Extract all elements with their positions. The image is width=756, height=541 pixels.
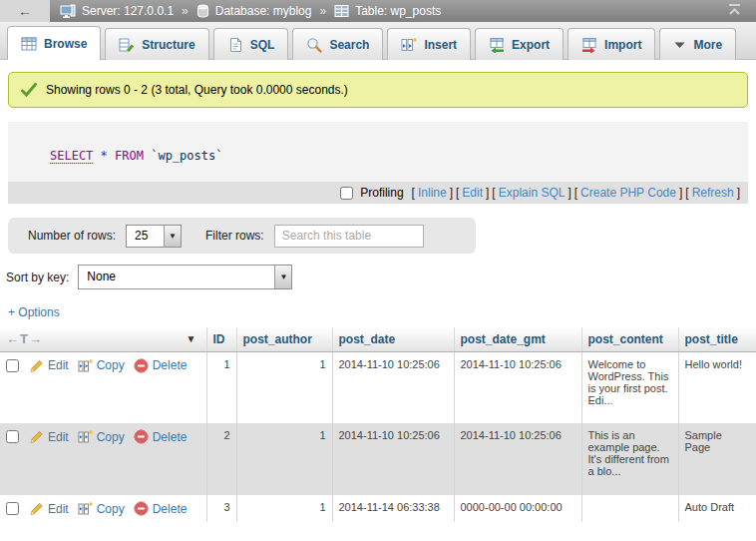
collapse-top-icon[interactable] [727,3,742,20]
sort-row: Sort by key: None ▼ [6,265,756,289]
column-header-post_content[interactable]: post_content [581,327,678,351]
column-header-post_date_gmt[interactable]: post_date_gmt [454,327,581,351]
sql-link-inline[interactable]: Inline [418,186,447,200]
row-action-label: Delete [153,358,188,372]
column-drag-header[interactable]: ←T→ ▼ [0,327,206,351]
tab-sql[interactable]: SQL [213,28,289,60]
cell-post_title: Auto Draft [678,495,756,522]
pencil-icon [29,501,44,516]
bracket: [ [412,186,415,200]
cell-post_title: Hello world! [678,351,756,423]
row-actions: EditCopyDelete [6,358,200,373]
row-action-delete[interactable]: Delete [134,429,188,444]
cell-post_date: 2014-11-14 06:33:38 [332,495,454,522]
bracket: ] [737,186,740,200]
row-action-delete[interactable]: Delete [134,501,188,516]
row-action-delete[interactable]: Delete [134,358,188,373]
options-toggle[interactable]: + Options [8,305,756,319]
sql-action-links: [ Inline ][ Edit ][ Explain SQL ][ Creat… [412,186,740,200]
sql-token: * [93,149,115,163]
results-table: ←T→ ▼ IDpost_authorpost_datepost_date_gm… [0,327,756,522]
profiling-checkbox[interactable] [340,187,353,200]
breadcrumb: Server: 127.0.0.1»Database: myblog»Table… [60,4,727,18]
rows-per-page-select[interactable]: 25 ▼ [126,225,182,248]
row-action-edit[interactable]: Edit [29,358,69,373]
row-action-label: Edit [48,358,69,372]
browse-icon [21,36,37,52]
cell-post_date_gmt: 2014-11-10 10:25:06 [454,423,581,495]
sql-link-explain-sql[interactable]: Explain SQL [499,186,566,200]
table-icon [334,4,349,18]
row-action-label: Edit [48,430,69,444]
column-header-id[interactable]: ID [206,327,236,351]
tab-label: Search [329,38,369,52]
cell-post_author: 1 [236,351,332,423]
nav-back-button[interactable]: ← [0,0,50,22]
row-action-copy[interactable]: Copy [78,358,125,373]
tab-label: Import [604,38,641,52]
tab-import[interactable]: Import [567,28,655,60]
row-action-copy[interactable]: Copy [78,501,125,516]
delete-icon [134,429,149,444]
tab-search[interactable]: Search [292,28,383,60]
column-header-post_author[interactable]: post_author [236,327,332,351]
row-actions-cell: EditCopyDelete [0,351,206,423]
sql-link-create-php-code[interactable]: Create PHP Code [580,186,676,200]
row-checkbox[interactable] [6,359,19,372]
tab-browse[interactable]: Browse [7,26,101,60]
copy-icon [78,501,93,516]
tab-insert[interactable]: Insert [387,28,471,60]
cell-id: 2 [206,423,236,495]
tab-structure[interactable]: Structure [105,28,208,60]
row-checkbox[interactable] [6,430,19,443]
sql-link-refresh[interactable]: Refresh [692,186,734,200]
check-icon [21,83,37,97]
cell-post_author: 1 [236,495,332,522]
filter-rows-input[interactable] [274,225,424,248]
row-actions: EditCopyDelete [6,429,200,444]
bracket: [ [492,186,495,200]
sql-icon [227,37,243,53]
row-action-label: Delete [153,502,188,516]
cell-post_date_gmt: 2014-11-10 10:25:06 [454,351,581,423]
row-action-edit[interactable]: Edit [29,501,69,516]
sort-by-key-select[interactable]: None ▼ [78,265,292,289]
breadcrumb-item-table[interactable]: Table: wp_posts [355,4,441,18]
status-text: Showing rows 0 - 2 (3 total, Query took … [46,83,348,97]
delete-icon [134,501,149,516]
breadcrumb-separator: » [182,4,189,18]
tab-label: SQL [250,38,275,52]
sql-query-box: SELECT * FROM `wp_posts` Profiling [ Inl… [8,122,748,204]
tab-label: Export [512,38,550,52]
database-icon [196,4,209,18]
breadcrumb-item-database[interactable]: Database: myblog [215,4,312,18]
breadcrumb-separator: » [319,4,326,18]
tab-label: Browse [44,37,87,51]
sql-token: FROM [115,149,144,163]
chevron-down-icon: ▼ [274,266,291,288]
row-actions-cell: EditCopyDelete [0,423,206,495]
row-action-label: Copy [97,502,125,516]
sql-token: SELECT [50,149,93,164]
row-action-edit[interactable]: Edit [29,429,69,444]
filter-rows-label: Filter rows: [205,229,264,243]
cell-post_date_gmt: 0000-00-00 00:00:00 [454,495,581,522]
insert-icon [401,37,417,53]
sort-by-key-label: Sort by key: [6,270,69,284]
row-action-copy[interactable]: Copy [78,429,125,444]
cell-id: 3 [206,495,236,522]
sql-link-edit[interactable]: Edit [462,186,483,200]
column-header-post_date[interactable]: post_date [332,327,454,351]
tab-export[interactable]: Export [475,28,564,60]
column-header-post_title[interactable]: post_title [678,327,756,351]
row-action-label: Edit [48,502,69,516]
export-icon [489,37,505,53]
row-checkbox[interactable] [6,502,19,515]
copy-icon [78,358,93,373]
phpmyadmin-window: ← Server: 127.0.0.1»Database: myblog»Tab… [0,0,756,541]
cell-post_content [581,495,678,522]
sort-by-key-value: None [79,266,274,288]
cell-id: 1 [206,351,236,423]
tab-more[interactable]: More [659,28,736,60]
breadcrumb-item-server[interactable]: Server: 127.0.0.1 [82,4,174,18]
